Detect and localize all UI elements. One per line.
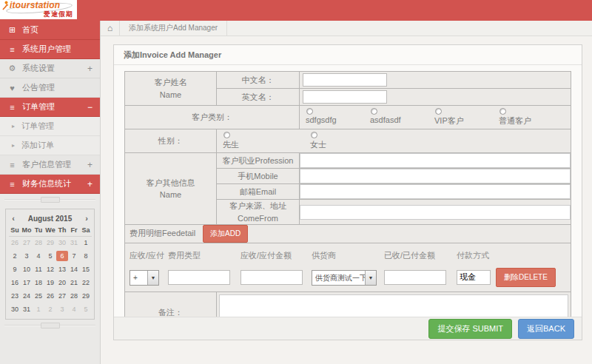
calendar-day[interactable]: 5 [80,303,92,316]
sign-select[interactable]: + ▼ [130,270,159,286]
comefrom-input[interactable] [300,205,571,220]
sidebar-item[interactable]: ≡客户信息管理+ [0,155,100,175]
tab-add-manager[interactable]: 添加系统用户Add Manager [120,21,227,36]
calendar-day[interactable]: 30 [56,236,68,249]
calendar-day[interactable]: 8 [80,249,92,263]
radio-button[interactable] [500,108,506,115]
calendar-day[interactable]: 31 [68,236,80,249]
sidebar-item[interactable]: ▸添加订单 [0,136,100,155]
calendar-day[interactable]: 7 [68,249,80,263]
radio-button[interactable] [306,108,313,115]
calendar-day[interactable]: 17 [21,276,33,289]
dropdown-arrow-icon: ▼ [147,271,158,285]
category-option: asdfasdf [370,108,434,124]
sidebar-item-label: 系统用户管理 [22,44,87,55]
calendar-day[interactable]: 15 [80,263,92,276]
calendar-day[interactable]: 20 [56,276,68,289]
calendar-day[interactable]: 14 [68,263,80,276]
calendar-day[interactable]: 3 [56,303,68,316]
calendar-day[interactable]: 30 [9,303,21,316]
sidebar-divider-bottom [4,322,95,329]
calendar-weekday-header: Mo [21,225,33,236]
calendar-day[interactable]: 4 [33,249,44,263]
brand-logo[interactable]: itourstation 爱途假期 [0,0,77,19]
sidebar-item[interactable]: ⚙系统设置+ [0,59,100,78]
payment-input[interactable] [457,270,491,285]
collapse-handle[interactable] [41,197,60,203]
radio-button[interactable] [371,108,377,115]
amount-input[interactable] [240,270,303,285]
profession-input[interactable] [300,153,571,168]
sidebar-item[interactable]: ▸订单管理 [0,117,100,136]
calendar-day[interactable]: 19 [44,276,56,289]
email-input[interactable] [300,184,571,199]
calendar-day[interactable]: 28 [33,236,44,249]
sidebar-item[interactable]: ≡订单管理− [0,98,100,117]
calendar-day[interactable]: 26 [9,236,21,249]
sidebar-item[interactable]: ♥公告管理 [0,78,100,98]
calendar-day[interactable]: 3 [21,249,33,263]
supplier-select[interactable]: 供货商测试一下 ▼ [312,270,377,286]
calendar-next-button[interactable]: › [82,214,91,223]
chinese-name-label: 中文名： [217,72,300,89]
category-option-label: 普通客户 [499,115,563,127]
calendar-prev-button[interactable]: ‹ [9,214,18,223]
calendar-day[interactable]: 5 [44,249,56,263]
calendar-day[interactable]: 23 [9,289,21,303]
calendar-day[interactable]: 27 [21,236,33,249]
sidebar-item-label: 订单管理 [21,121,87,132]
radio-button[interactable] [223,132,230,138]
calendar-day[interactable]: 12 [44,263,56,276]
calendar-day[interactable]: 31 [21,303,33,316]
english-name-input[interactable] [303,90,387,104]
fee-column-header: 已收/已付金额 [384,250,457,261]
sidebar-item[interactable]: ≡财务信息统计+ [0,175,100,194]
calendar-day[interactable]: 26 [44,289,56,303]
calendar-day[interactable]: 11 [33,263,44,276]
sidebar-divider [4,196,95,203]
fee-type-input[interactable] [168,270,230,285]
radio-button[interactable] [435,108,442,115]
calendar-day[interactable]: 29 [80,289,92,303]
panel-title: 添加Invoice Add Manager [114,45,582,65]
sidebar-item[interactable]: ≡系统用户管理 [0,40,100,59]
submit-button[interactable]: 提交保存 SUBMIT [428,319,512,339]
calendar-day[interactable]: 28 [68,289,80,303]
received-input[interactable] [384,270,446,285]
delete-fee-button[interactable]: 删除DELETE [496,268,556,287]
tab-bar: ⌂ 添加系统用户Add Manager [101,21,592,36]
fee-column-headers: 应收/应付费用类型应收/应付金额供货商已收/已付金额付款方式 [130,250,568,261]
mobile-input[interactable] [300,169,571,183]
category-option-label: sdfgsdfg [306,115,370,124]
calendar-day[interactable]: 1 [80,236,92,249]
fee-column-header: 应收/应付金额 [240,250,312,261]
radio-button[interactable] [311,132,317,138]
calendar-day[interactable]: 16 [9,276,21,289]
calendar-day[interactable]: 21 [68,276,80,289]
home-icon[interactable]: ⌂ [101,21,120,36]
collapse-handle-bottom[interactable] [41,323,60,328]
calendar-day[interactable]: 22 [80,276,92,289]
calendar-day[interactable]: 6 [56,249,68,263]
back-button[interactable]: 返回BACK [518,319,574,339]
sidebar-item[interactable]: ⊞首页 [0,21,100,40]
calendar-day[interactable]: 9 [9,263,21,276]
calendar-day[interactable]: 24 [21,289,33,303]
calendar-day[interactable]: 29 [44,236,56,249]
calendar-day[interactable]: 25 [33,289,44,303]
calendar-day[interactable]: 13 [56,263,68,276]
calendar-day-headers: SuMoTuWeThFrSa [9,225,92,236]
add-fee-button[interactable]: 添加ADD [203,225,248,243]
sidebar-item-label: 首页 [22,24,87,36]
calendar-day[interactable]: 10 [21,263,33,276]
calendar-day[interactable]: 27 [56,289,68,303]
calendar-day[interactable]: 2 [44,303,56,316]
expand-toggle-icon: + [87,160,92,170]
calendar-day[interactable]: 18 [33,276,44,289]
calendar-day[interactable]: 2 [9,249,21,263]
calendar-day[interactable]: 4 [68,303,80,316]
sidebar-item-label: 系统设置 [22,63,82,74]
calendar-day[interactable]: 1 [33,303,44,316]
chinese-name-input[interactable] [303,73,387,87]
list-icon: ≡ [7,45,17,54]
